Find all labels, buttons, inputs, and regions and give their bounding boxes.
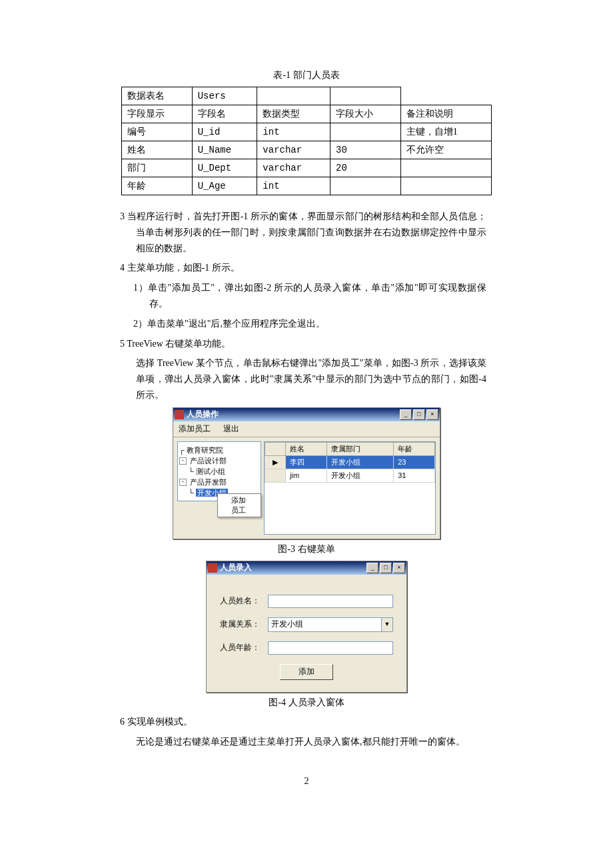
cell bbox=[330, 87, 401, 105]
cell: U_id bbox=[192, 123, 257, 141]
cell: int bbox=[257, 123, 330, 141]
paragraph-3: 3 当程序运行时，首先打开图-1 所示的窗体，界面显示部门的树形结构和全部人员信… bbox=[120, 209, 486, 256]
cell: U_Age bbox=[192, 177, 257, 195]
add-button[interactable]: 添加 bbox=[280, 664, 333, 680]
age-input[interactable] bbox=[268, 641, 393, 655]
minimize-button[interactable]: _ bbox=[400, 409, 412, 420]
row-indicator-icon: ▶ bbox=[265, 455, 286, 469]
paragraph-4-2: 2）单击菜单"退出"后,整个应用程序完全退出。 bbox=[120, 316, 486, 332]
paragraph-5-1: 选择 TreeView 某个节点，单击鼠标右键弹出"添加员工"菜单，如图-3 所… bbox=[120, 355, 486, 403]
window-title: 人员操作 bbox=[187, 409, 400, 420]
cell bbox=[330, 177, 401, 195]
cell: int bbox=[257, 177, 330, 195]
cell[interactable]: 开发小组 bbox=[326, 455, 394, 469]
data-grid[interactable]: 姓名隶属部门年龄 ▶李四开发小组23 jim开发小组31 bbox=[264, 441, 436, 535]
grid-row[interactable]: ▶李四开发小组23 bbox=[265, 455, 435, 469]
title-bar: 人员操作 _ □ × bbox=[173, 408, 440, 421]
cell[interactable]: 李四 bbox=[286, 455, 327, 469]
cell: U_Name bbox=[192, 141, 257, 159]
tree-node[interactable]: - 产品设计部 bbox=[179, 455, 259, 466]
cell: 字段大小 bbox=[330, 105, 401, 123]
cell bbox=[400, 159, 491, 177]
minimize-button[interactable]: _ bbox=[366, 563, 378, 573]
cell: 字段显示 bbox=[122, 105, 193, 123]
data-table: 数据表名Users 字段显示字段名数据类型字段大小备注和说明 编号U_idint… bbox=[121, 87, 492, 195]
window-personnel-ops: 人员操作 _ □ × 添加员工 退出 ┌ 教育研究院 - 产品设计部 └ 测试小… bbox=[173, 407, 440, 539]
cell: 主键，自增1 bbox=[400, 123, 491, 141]
maximize-button[interactable]: □ bbox=[380, 563, 392, 573]
cell[interactable]: 开发小组 bbox=[326, 469, 394, 482]
cell: 30 bbox=[330, 141, 401, 159]
menu-add-employee[interactable]: 添加员工 bbox=[179, 424, 211, 433]
cell: varchar bbox=[257, 141, 330, 159]
cell: 字段名 bbox=[192, 105, 257, 123]
cell bbox=[257, 87, 330, 105]
cell: 部门 bbox=[122, 159, 193, 177]
tree-node[interactable]: ┌ 教育研究院 bbox=[179, 445, 259, 455]
cell[interactable]: jim bbox=[286, 469, 327, 482]
label-age: 人员年龄： bbox=[220, 642, 268, 653]
col-name[interactable]: 姓名 bbox=[286, 442, 327, 455]
cell[interactable]: 31 bbox=[394, 469, 435, 482]
tree-node[interactable]: - 产品开发部 bbox=[179, 477, 259, 487]
label-name: 人员姓名： bbox=[220, 595, 268, 607]
cell: 编号 bbox=[122, 123, 193, 141]
window-personnel-entry: 人员录入 _ □ × 人员姓名： 隶属关系： 开发小组▼ 人员年龄： 添加 bbox=[206, 561, 407, 693]
cell: U_Dept bbox=[192, 159, 257, 177]
paragraph-4: 4 主菜单功能，如图-1 所示。 bbox=[120, 260, 486, 276]
chevron-down-icon[interactable]: ▼ bbox=[381, 618, 392, 631]
paragraph-4-1: 1）单击"添加员工"，弹出如图-2 所示的人员录入窗体，单击"添加"即可实现数据… bbox=[120, 280, 486, 312]
page-number: 2 bbox=[0, 776, 613, 787]
combo-value: 开发小组 bbox=[269, 619, 381, 630]
grid-row[interactable]: jim开发小组31 bbox=[265, 469, 435, 482]
cell bbox=[400, 177, 491, 195]
grid-corner bbox=[265, 442, 286, 455]
menu-exit[interactable]: 退出 bbox=[223, 424, 239, 433]
cell: 数据表名 bbox=[122, 87, 193, 105]
cell: 姓名 bbox=[122, 141, 193, 159]
cell: Users bbox=[192, 87, 257, 105]
paragraph-6: 6 实现单例模式。 bbox=[120, 714, 486, 730]
dept-combobox[interactable]: 开发小组▼ bbox=[268, 617, 393, 632]
window-title: 人员录入 bbox=[220, 562, 366, 573]
name-input[interactable] bbox=[268, 595, 393, 608]
cell: 不允许空 bbox=[400, 141, 491, 159]
cell bbox=[330, 123, 401, 141]
close-button[interactable]: × bbox=[393, 563, 405, 573]
maximize-button[interactable]: □ bbox=[413, 409, 425, 420]
close-button[interactable]: × bbox=[426, 409, 438, 420]
cell: 20 bbox=[330, 159, 401, 177]
title-bar: 人员录入 _ □ × bbox=[207, 561, 406, 575]
col-age[interactable]: 年龄 bbox=[394, 442, 435, 455]
label-dept: 隶属关系： bbox=[220, 619, 268, 630]
figure-3-caption: 图-3 右键菜单 bbox=[0, 543, 613, 555]
cell: 数据类型 bbox=[257, 105, 330, 123]
paragraph-5: 5 TreeView 右键菜单功能。 bbox=[120, 336, 486, 352]
row-header bbox=[265, 469, 286, 482]
menu-bar: 添加员工 退出 bbox=[173, 421, 440, 437]
app-icon bbox=[175, 410, 184, 419]
tree-view[interactable]: ┌ 教育研究院 - 产品设计部 └ 测试小组 - 产品开发部 └ 开发小组 bbox=[177, 441, 261, 501]
figure-4-caption: 图-4 人员录入窗体 bbox=[0, 697, 613, 709]
col-dept[interactable]: 隶属部门 bbox=[326, 442, 394, 455]
cell: 备注和说明 bbox=[400, 105, 491, 123]
tree-node[interactable]: └ 测试小组 bbox=[179, 466, 259, 477]
table-caption: 表-1 部门人员表 bbox=[0, 69, 613, 81]
cell: varchar bbox=[257, 159, 330, 177]
context-menu[interactable]: 添加员工 bbox=[217, 493, 261, 517]
cell: 年龄 bbox=[122, 177, 193, 195]
paragraph-6-1: 无论是通过右键菜单还是通过主菜单打开人员录入窗体,都只能打开唯一的窗体。 bbox=[120, 734, 486, 750]
app-icon bbox=[208, 563, 217, 573]
cell[interactable]: 23 bbox=[394, 455, 435, 469]
